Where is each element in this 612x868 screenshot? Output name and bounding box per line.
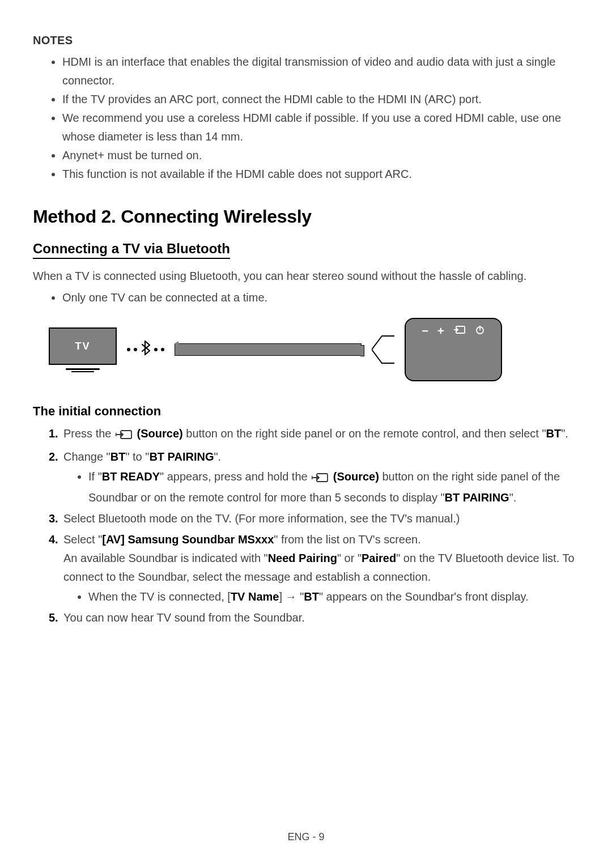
sub-heading: Connecting a TV via Bluetooth: [33, 241, 230, 259]
bt-label: BT: [110, 450, 126, 463]
note-item: Anynet+ must be turned on.: [62, 146, 579, 165]
step-2-sublist: If "BT READY" appears, press and hold th…: [63, 467, 579, 507]
minus-icon: −: [422, 325, 428, 338]
power-icon: [475, 325, 485, 338]
step-1-text-b: button on the right side panel or on the…: [186, 427, 546, 440]
step-2-text-c: ".: [214, 450, 221, 463]
step-5: 5. You can now hear TV sound from the So…: [49, 609, 579, 627]
method-heading: Method 2. Connecting Wirelessly: [33, 206, 579, 227]
notes-heading: NOTES: [33, 34, 579, 47]
note-item: HDMI is an interface that enables the di…: [62, 53, 579, 90]
step-3: 3. Select Bluetooth mode on the TV. (For…: [49, 509, 579, 528]
callout-lines: [372, 333, 394, 367]
step-4-line2-b: " or ": [337, 552, 362, 564]
step-2-text-a: Change ": [63, 450, 110, 463]
need-pairing-label: Need Pairing: [268, 552, 337, 564]
bluetooth-icon: [127, 340, 164, 360]
step-2-sub: If "BT READY" appears, press and hold th…: [88, 467, 579, 507]
intro-text: When a TV is connected using Bluetooth, …: [33, 267, 579, 285]
step-3-text: Select Bluetooth mode on the TV. (For mo…: [63, 512, 460, 525]
notes-list: HDMI is an interface that enables the di…: [33, 53, 579, 184]
step-4-text-a: Select ": [63, 533, 102, 546]
bt-pairing-label: BT PAIRING: [445, 491, 509, 504]
connection-diagram: TV − +: [33, 318, 579, 381]
steps-list: 1. Press the (Source) button on the righ…: [33, 424, 579, 627]
bt-ready-label: BT READY: [102, 470, 160, 483]
device-name-label: [AV] Samsung Soundbar MSxxx: [102, 533, 274, 546]
source-label: (Source): [137, 427, 183, 440]
note-item: This function is not available if the HD…: [62, 165, 579, 184]
note-item: If the TV provides an ARC port, connect …: [62, 90, 579, 109]
soundbar-icon: [175, 343, 362, 356]
source-icon: [312, 470, 329, 488]
source-icon: [453, 325, 466, 338]
plus-icon: +: [437, 325, 444, 338]
bluetooth-glyph-icon: [141, 340, 151, 356]
source-icon: [116, 427, 133, 445]
step-1-text-c: ".: [561, 427, 568, 440]
tv-name-label: TV Name: [231, 590, 279, 603]
step-2: 2. Change "BT" to "BT PAIRING". If "BT R…: [49, 448, 579, 507]
step-4-sublist: When the TV is connected, [TV Name] → "B…: [63, 588, 579, 606]
step-4-sub-c: " appears on the Soundbar's front displa…: [319, 590, 529, 603]
source-label: (Source): [333, 470, 379, 483]
page-footer: ENG - 9: [0, 831, 612, 843]
step-2-sub-d: ".: [509, 491, 517, 504]
step-1: 1. Press the (Source) button on the righ…: [49, 424, 579, 445]
initial-connection-heading: The initial connection: [33, 404, 579, 419]
step-4-text-b: " from the list on TV's screen.: [274, 533, 421, 546]
step-1-text-a: Press the: [63, 427, 114, 440]
step-4-line2-a: An available Soundbar is indicated with …: [63, 552, 268, 564]
step-4-sub: When the TV is connected, [TV Name] → "B…: [88, 588, 579, 606]
bt-label: BT: [546, 427, 562, 440]
paired-label: Paired: [362, 552, 396, 564]
bt-pairing-label: BT PAIRING: [149, 450, 214, 463]
tv-screen: TV: [49, 327, 117, 365]
step-5-text: You can now hear TV sound from the Sound…: [63, 611, 305, 624]
tv-icon: TV: [49, 327, 117, 372]
side-panel-icon: − +: [405, 318, 502, 381]
intro-bullet-list: Only one TV can be connected at a time.: [33, 288, 579, 307]
step-2-text-b: " to ": [125, 450, 149, 463]
note-item: We recommend you use a coreless HDMI cab…: [62, 109, 579, 146]
step-4-sub-b: ] → ": [279, 590, 304, 603]
step-2-sub-a: If ": [88, 470, 102, 483]
bt-label: BT: [304, 590, 319, 603]
step-4-sub-a: When the TV is connected, [: [88, 590, 231, 603]
intro-bullet: Only one TV can be connected at a time.: [62, 288, 579, 307]
step-4: 4. Select "[AV] Samsung Soundbar MSxxx" …: [49, 530, 579, 606]
step-2-sub-b: " appears, press and hold the: [160, 470, 311, 483]
